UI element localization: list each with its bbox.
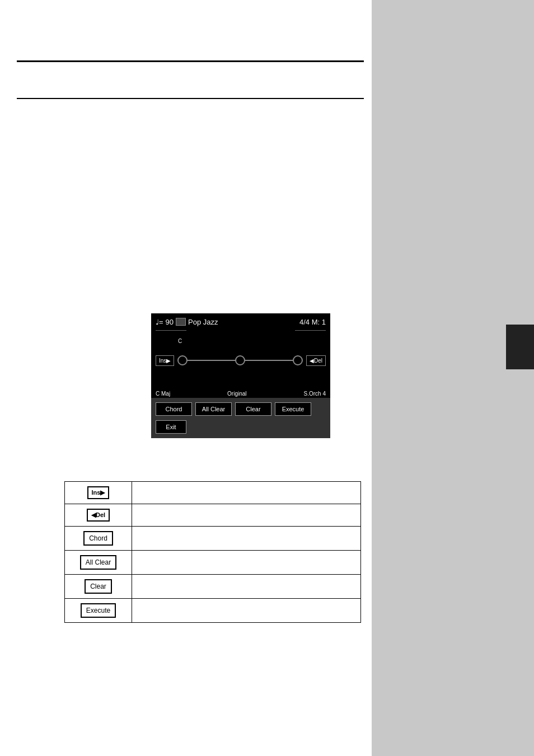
screen-btn-row: Ins▶ ◀Del (156, 355, 326, 366)
chord-btn-screen[interactable]: Chord (156, 402, 192, 416)
chord-description (132, 527, 361, 551)
del-description (132, 504, 361, 527)
style-icon (176, 318, 186, 326)
exit-btn-screen[interactable]: Exit (156, 420, 186, 434)
label-right: S.Orch 4 (304, 391, 326, 397)
measure-value: 1 (322, 318, 326, 326)
measure-label: M: (312, 318, 320, 326)
right-sidebar (372, 0, 534, 756)
circle-center (235, 355, 245, 365)
table-row: ◀Del (65, 504, 361, 527)
clear-table-btn[interactable]: Clear (85, 579, 112, 594)
ins-description (132, 482, 361, 504)
circle-right (293, 355, 303, 365)
label-center: Original (227, 391, 246, 397)
chord-table-btn[interactable]: Chord (83, 531, 113, 546)
table-row: Clear (65, 575, 361, 599)
label-left: C Maj (156, 391, 170, 397)
time-sig: 4/4 (299, 318, 310, 326)
top-rule-2 (17, 98, 364, 99)
del-table-btn[interactable]: ◀Del (87, 509, 110, 522)
execute-description (132, 599, 361, 623)
note-label: C (178, 338, 182, 344)
ins-table-btn[interactable]: Ins▶ (87, 486, 110, 499)
allclear-description (132, 551, 361, 575)
table-row: Ins▶ (65, 482, 361, 504)
main-content: ♩= 90 Pop Jazz 4/4 M: 1 C Ins▶ (0, 0, 372, 756)
clear-description (132, 575, 361, 599)
table-row: Execute (65, 599, 361, 623)
style-name: Pop Jazz (188, 318, 218, 326)
ctrl-btn-row-2: Exit (156, 420, 326, 434)
del-btn[interactable]: ◀Del (306, 355, 326, 366)
table-row: All Clear (65, 551, 361, 575)
top-rule-1 (17, 60, 364, 62)
tempo-value: 90 (166, 318, 174, 326)
right-tab (506, 325, 534, 369)
screen-main: C Ins▶ ◀Del (151, 332, 330, 388)
ctrl-btn-row-1: Chord All Clear Clear Execute (156, 402, 326, 416)
allclear-table-btn[interactable]: All Clear (80, 555, 116, 570)
screen-labels: C Maj Original S.Orch 4 (151, 388, 330, 397)
ref-table: Ins▶ ◀Del Chord All Clear (64, 481, 361, 623)
execute-table-btn[interactable]: Execute (81, 603, 116, 618)
all-clear-btn-screen[interactable]: All Clear (195, 402, 232, 416)
execute-btn-screen[interactable]: Execute (275, 402, 311, 416)
ins-btn[interactable]: Ins▶ (156, 355, 174, 366)
screen-container: ♩= 90 Pop Jazz 4/4 M: 1 C Ins▶ (151, 313, 330, 459)
clear-btn-screen[interactable]: Clear (235, 402, 271, 416)
screen-topbar-right: 4/4 M: 1 (299, 318, 326, 326)
screen-topbar: ♩= 90 Pop Jazz 4/4 M: 1 (151, 313, 330, 330)
tempo-icon: ♩= (156, 318, 163, 326)
circle-left (177, 355, 188, 365)
screen-topbar-left: ♩= 90 Pop Jazz (156, 318, 218, 326)
table-row: Chord (65, 527, 361, 551)
